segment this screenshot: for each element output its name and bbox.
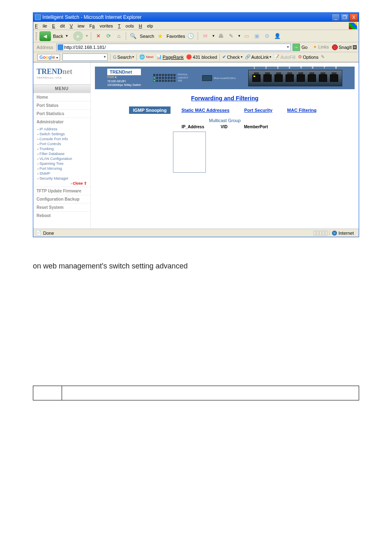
menu-favorites[interactable]: Favorites [90, 23, 113, 28]
google-check[interactable]: ✔ Check ▾ [222, 54, 242, 60]
menu-view[interactable]: View [70, 23, 85, 28]
edit-dropdown-icon[interactable]: ▼ [238, 34, 241, 38]
sidebar-item-home[interactable]: Home [33, 93, 90, 101]
google-pagerank[interactable]: 📊 PageRank [156, 54, 184, 60]
google-popup-blocked[interactable]: 🛑 431 blocked [186, 54, 217, 60]
content-area: TRENDnet TRENDware, USA MENU Home Port S… [33, 62, 359, 229]
menu-edit[interactable]: Edit [52, 23, 65, 28]
sidebar-sub-security[interactable]: Security Manager [37, 176, 87, 181]
sidebar-sub-mirror[interactable]: Port Mirroring [37, 166, 87, 171]
favorites-icon[interactable]: ★ [155, 32, 164, 41]
close-button[interactable]: X [350, 14, 358, 21]
google-toolbar: Google ▾ ▼ G Search ▾ 🌐New! 📊 PageRank 🛑… [33, 52, 359, 62]
minimize-button[interactable]: _ [332, 14, 340, 21]
history-button[interactable]: 🕓 [186, 32, 195, 41]
sidebar-item-port-status[interactable]: Port Status [33, 101, 90, 109]
back-dropdown-icon[interactable]: ▼ [65, 34, 68, 38]
sidebar-item-config-backup[interactable]: Configuration Backup [33, 195, 90, 203]
address-input[interactable]: http://192.168.1.181/ ▼ [56, 44, 291, 51]
sidebar-sub-port[interactable]: Port Controls [37, 141, 87, 146]
multicast-group-title: Multicast Group [91, 117, 359, 124]
go-label[interactable]: Go [302, 45, 308, 50]
google-autolink[interactable]: 🔗 AutoLink ▾ [245, 54, 272, 60]
status-zone: Internet [329, 231, 356, 236]
snagit-icon [332, 44, 338, 50]
internet-icon [332, 231, 337, 236]
home-button[interactable]: ⌂ [114, 32, 123, 41]
status-zone-label: Internet [339, 231, 354, 236]
menu-file[interactable]: File [35, 23, 47, 28]
snagit-config-icon[interactable]: 🖾 [353, 45, 357, 50]
tab-port-security[interactable]: Port Security [240, 106, 276, 114]
done-icon: 📄 [36, 230, 42, 236]
tab-igmp-snooping[interactable]: IGMP Snooping [129, 106, 171, 114]
refresh-button[interactable]: ⟳ [104, 32, 113, 41]
links-label[interactable]: ✦ Links [313, 44, 329, 50]
sidebar-sub-switch[interactable]: Switch Settings [37, 132, 87, 136]
print-button[interactable]: 🖶 [216, 32, 225, 41]
banner-model1: TE100-S810Fi [107, 79, 141, 83]
sidebar-item-port-statistics[interactable]: Port Statistics [33, 109, 90, 118]
statusbar: 📄 Done Internet [33, 229, 359, 237]
sidebar-admin-subitems: IP Address Switch Settings Console Port … [33, 126, 90, 187]
sidebar-item-reboot[interactable]: Reboot [33, 211, 90, 220]
port-5 [297, 74, 305, 82]
menu-help[interactable]: Help [139, 23, 153, 28]
favorites-label[interactable]: Favorites [166, 34, 185, 39]
google-highlight-icon[interactable]: ✎ [321, 54, 325, 60]
multicast-listbox[interactable] [173, 132, 206, 173]
tab-static-mac[interactable]: Static MAC Addresses [177, 106, 233, 114]
toolbar-extra-2[interactable]: ▣ [252, 32, 261, 41]
address-url: http://192.168.1.181/ [64, 45, 106, 50]
google-input-dropdown-icon[interactable]: ▼ [103, 55, 106, 59]
sidebar-sub-spanning[interactable]: Spanning Tree [37, 161, 87, 166]
sidebar-sub-console[interactable]: Console Port Info [37, 136, 87, 141]
toolbar-extra-3[interactable]: ⚙ [263, 32, 272, 41]
mail-dropdown-icon[interactable]: ▼ [212, 34, 215, 38]
google-options[interactable]: ⚙ Options [298, 54, 318, 60]
stop-button[interactable]: ✕ [94, 32, 103, 41]
search-label[interactable]: Search [140, 34, 154, 39]
google-search-button[interactable]: G Search ▾ [113, 55, 134, 60]
menu-tools[interactable]: Tools [118, 23, 134, 28]
google-search-input[interactable]: ▼ [62, 53, 108, 61]
port-3 [274, 74, 283, 82]
status-done: Done [43, 231, 54, 236]
address-dropdown-icon[interactable]: ▼ [286, 45, 290, 49]
mail-button[interactable]: ✉ [201, 32, 210, 41]
ie-icon [35, 14, 41, 20]
search-icon[interactable]: 🔍 [129, 32, 138, 41]
tab-mac-filtering[interactable]: MAC Filtering [283, 106, 321, 114]
edit-button[interactable]: ✎ [226, 32, 235, 41]
sidebar-item-reset[interactable]: Reset System [33, 203, 90, 211]
go-button[interactable]: → [293, 44, 300, 51]
sidebar-sub-trunking[interactable]: Trunking [37, 146, 87, 151]
google-logo[interactable]: Google ▾ [37, 54, 60, 60]
toolbar-extra-1[interactable]: ▭ [242, 32, 251, 41]
sfp-label: Multi-mode/SC/2Km [214, 77, 236, 79]
maximize-button[interactable]: ❐ [341, 14, 349, 21]
back-button[interactable]: ◄ [39, 31, 51, 41]
google-new-button[interactable]: 🌐New! [139, 54, 153, 60]
sidebar-sub-filter[interactable]: Filter Database [37, 151, 87, 156]
sidebar-item-tftp[interactable]: TFTP Update Firmware [33, 187, 90, 195]
sidebar-sub-vlan[interactable]: VLAN Configuration [37, 156, 87, 161]
forward-button[interactable]: ► [73, 31, 83, 41]
sidebar-sub-snmp[interactable]: SNMP [37, 171, 87, 176]
port-4 [286, 74, 294, 82]
snagit-label: SnagIt [339, 45, 352, 50]
messenger-button[interactable]: 👤 [273, 32, 282, 41]
titlebar: Intelligent Switch - Microsoft Internet … [33, 13, 359, 22]
port-8 [330, 74, 338, 82]
banner-pwr: PWR ■ [107, 75, 141, 79]
filter-tabs: IGMP Snooping Static MAC Addresses Port … [91, 106, 359, 117]
sidebar-sub-ip[interactable]: IP Address [37, 127, 87, 132]
col-memberport: MemberPort [244, 125, 268, 129]
port-2 [263, 74, 272, 82]
sidebar-close-admin[interactable]: Close ⇧ [37, 181, 87, 186]
col-ip-address: IP_Address [182, 125, 204, 129]
address-label: Address [37, 45, 53, 50]
sidebar-item-administrator[interactable]: Administrator [33, 118, 90, 126]
col-vid: VID [221, 125, 228, 129]
snagit-toolbar-item[interactable]: SnagIt 🖾 [332, 44, 357, 50]
